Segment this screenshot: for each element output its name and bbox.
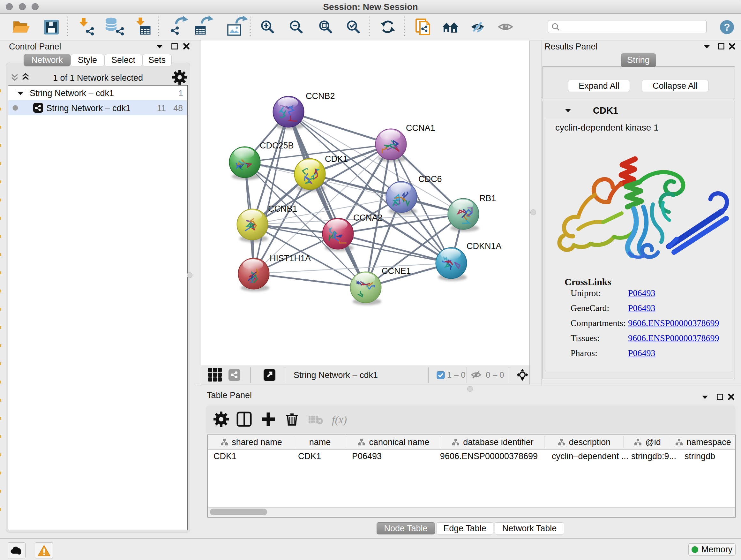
svg-text:CCNB2: CCNB2 [306,91,335,101]
svg-text:1 – 0: 1 – 0 [447,370,466,380]
svg-text:CCNE1: CCNE1 [382,266,411,276]
svg-text:CCNA2: CCNA2 [353,213,383,223]
svg-text:48: 48 [173,104,183,113]
svg-text:HIST1H1A: HIST1H1A [270,253,311,263]
svg-text:f(x): f(x) [332,414,347,426]
svg-text:String Network – cdk1: String Network – cdk1 [46,104,131,113]
svg-text:11: 11 [157,104,166,113]
svg-text:CDC25B: CDC25B [260,141,294,150]
svg-text:0 – 0: 0 – 0 [486,370,504,380]
svg-text:?: ? [724,21,730,33]
svg-text:1: 1 [179,88,183,98]
svg-text:CCNB1: CCNB1 [268,204,297,213]
svg-text:CDC6: CDC6 [418,174,442,184]
svg-text:RB1: RB1 [479,193,496,203]
svg-text:CCNA1: CCNA1 [406,123,435,133]
svg-text:CDK1: CDK1 [325,154,348,164]
svg-text:String Network – cdk1: String Network – cdk1 [293,370,378,380]
svg-text:CDKN1A: CDKN1A [467,241,502,251]
svg-text:String Network – cdk1: String Network – cdk1 [30,88,114,98]
svg-text:CDK1: CDK1 [593,105,618,116]
